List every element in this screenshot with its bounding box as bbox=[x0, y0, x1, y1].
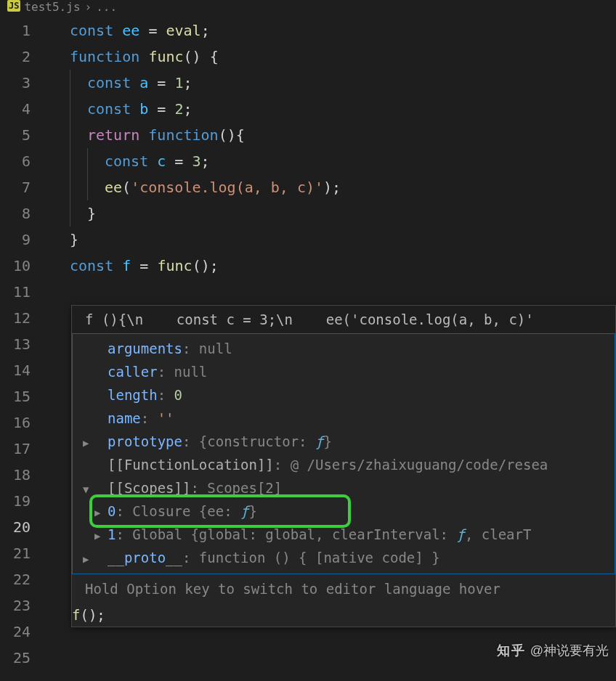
line-number: 20 bbox=[0, 514, 31, 540]
hover-prop-length[interactable]: length: 0 bbox=[73, 383, 615, 407]
hover-prop-caller[interactable]: caller: null bbox=[73, 360, 615, 383]
line-number: 2 bbox=[0, 44, 31, 70]
debug-hover-popup[interactable]: f (){\n const c = 3;\n ee('console.log(a… bbox=[71, 305, 616, 627]
chevron-right-icon[interactable]: ▶ bbox=[83, 547, 89, 569]
line-number-gutter: 1 2 3 4 5 6 7 8 9 10 11 12 13 14 15 16 1… bbox=[0, 17, 44, 681]
line-number: 4 bbox=[0, 96, 31, 122]
code-line[interactable]: const c = 3; bbox=[44, 148, 616, 174]
chevron-right-icon[interactable]: ▶ bbox=[94, 501, 100, 523]
line-number: 8 bbox=[0, 200, 31, 227]
line-number: 3 bbox=[0, 70, 31, 96]
code-area[interactable]: const ee = eval; function func() { const… bbox=[44, 17, 616, 681]
line-number: 19 bbox=[0, 488, 31, 514]
hover-scope-1-global[interactable]: ▶1: Global {global: global, clearInterva… bbox=[73, 523, 615, 546]
chevron-down-icon[interactable]: ▼ bbox=[83, 478, 89, 499]
breadcrumb-more: ... bbox=[96, 0, 117, 14]
code-line[interactable]: } bbox=[44, 227, 616, 253]
line-number: 23 bbox=[0, 592, 31, 619]
line-number: 24 bbox=[0, 619, 31, 645]
hover-scope-0-closure[interactable]: ▶0: Closure {ee: ƒ} bbox=[73, 499, 615, 523]
code-line[interactable]: function func() { bbox=[44, 44, 616, 70]
line-number: 17 bbox=[0, 436, 31, 462]
zhihu-logo-icon: 知乎 bbox=[497, 642, 526, 659]
breadcrumb[interactable]: JS test5.js › ... bbox=[0, 0, 616, 17]
line-number: 5 bbox=[0, 122, 31, 148]
line-number: 9 bbox=[0, 227, 31, 253]
hover-prop-function-location[interactable]: [[FunctionLocation]]: @ /Users/zhaixugua… bbox=[73, 453, 615, 476]
code-line[interactable]: const a = 1; bbox=[44, 70, 616, 96]
hover-header: f (){\n const c = 3;\n ee('console.log(a… bbox=[72, 306, 615, 333]
line-number: 16 bbox=[0, 409, 31, 436]
breadcrumb-file: test5.js bbox=[24, 0, 80, 14]
code-line-current[interactable]: f(); bbox=[72, 603, 615, 627]
line-number: 7 bbox=[0, 174, 31, 200]
code-line[interactable]: const f = func(); bbox=[44, 253, 616, 279]
line-number: 18 bbox=[0, 462, 31, 488]
hover-prop-proto[interactable]: ▶__proto__: function () { [native code] … bbox=[73, 546, 615, 569]
code-line[interactable] bbox=[44, 279, 616, 305]
js-file-icon: JS bbox=[7, 0, 20, 12]
watermark-author: @神说要有光 bbox=[530, 642, 609, 659]
line-number: 21 bbox=[0, 540, 31, 566]
hover-prop-prototype[interactable]: ▶prototype: {constructor: ƒ} bbox=[73, 430, 615, 453]
line-number: 14 bbox=[0, 357, 31, 383]
line-number: 10 bbox=[0, 253, 31, 279]
code-line[interactable]: ee('console.log(a, b, c)'); bbox=[44, 174, 616, 200]
hover-prop-arguments[interactable]: arguments: null bbox=[73, 337, 615, 360]
line-number: 1 bbox=[0, 17, 31, 44]
editor[interactable]: 1 2 3 4 5 6 7 8 9 10 11 12 13 14 15 16 1… bbox=[0, 17, 616, 681]
breadcrumb-sep: › bbox=[85, 0, 92, 14]
line-number: 22 bbox=[0, 566, 31, 592]
hover-prop-name[interactable]: name: '' bbox=[73, 407, 615, 430]
line-number: 15 bbox=[0, 383, 31, 409]
chevron-right-icon[interactable]: ▶ bbox=[94, 524, 100, 546]
code-line[interactable]: } bbox=[44, 200, 616, 227]
line-number: 12 bbox=[0, 305, 31, 331]
line-number: 11 bbox=[0, 279, 31, 305]
chevron-right-icon[interactable]: ▶ bbox=[83, 431, 89, 453]
code-line[interactable]: const b = 2; bbox=[44, 96, 616, 122]
line-number: 6 bbox=[0, 148, 31, 174]
code-line[interactable]: return function(){ bbox=[44, 122, 616, 148]
hover-prop-scopes[interactable]: ▼[[Scopes]]: Scopes[2] bbox=[73, 476, 615, 499]
line-number: 13 bbox=[0, 331, 31, 357]
hover-footer-hint: Hold Option key to switch to editor lang… bbox=[72, 574, 615, 603]
hover-body[interactable]: arguments: null caller: null length: 0 n… bbox=[72, 333, 615, 574]
line-number: 25 bbox=[0, 645, 31, 671]
code-line[interactable]: const ee = eval; bbox=[44, 17, 616, 44]
watermark: 知乎 @神说要有光 bbox=[497, 642, 609, 659]
